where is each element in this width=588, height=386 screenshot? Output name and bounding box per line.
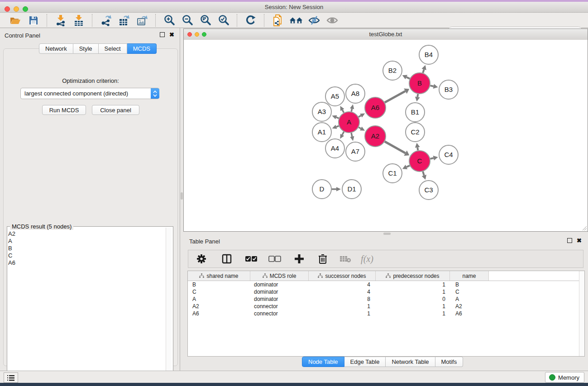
export-image-icon[interactable] xyxy=(135,14,149,27)
network-graph: B4B2BB3A8A5A6A3B1AA1C2A2A4A7C4CC1DD1C3 xyxy=(184,40,588,231)
mcds-result-item[interactable]: A6 xyxy=(8,259,15,267)
zoom-out-icon[interactable] xyxy=(181,14,194,27)
graph-edge-A-A8[interactable] xyxy=(351,109,352,111)
tab-node-table[interactable]: Node Table xyxy=(302,357,344,367)
column-header-MCDS-role[interactable]: MCDS role xyxy=(250,271,309,281)
column-header-shared-name[interactable]: shared name xyxy=(188,271,250,281)
graph-edge-C-C1[interactable] xyxy=(406,166,410,167)
deselect-all-icon[interactable] xyxy=(267,252,282,266)
tab-mcds[interactable]: MCDS xyxy=(127,43,157,54)
export-table-icon[interactable] xyxy=(117,14,131,27)
table-row[interactable]: A6connector11A6 xyxy=(188,310,584,317)
zoom-selected-icon[interactable] xyxy=(217,14,230,27)
tab-network[interactable]: Network xyxy=(39,43,73,54)
select-all-icon[interactable] xyxy=(244,252,259,266)
column-header-predecessor-nodes[interactable]: predecessor nodes xyxy=(376,271,450,281)
show-columns-icon[interactable] xyxy=(219,252,234,266)
graph-node-label-B1: B1 xyxy=(411,108,419,116)
graph-edge-B-B3[interactable] xyxy=(430,86,433,86)
graph-edge-A2-C[interactable] xyxy=(385,142,406,153)
delete-columns-trash-icon[interactable] xyxy=(315,252,330,266)
graph-edge-B-B4[interactable] xyxy=(423,69,424,73)
mcds-result-item[interactable]: B xyxy=(8,245,15,252)
network-view-window: testGlobe.txt B4B2BB3A8A5A6A3B1AA1C2A2A4… xyxy=(183,29,588,232)
zoom-in-icon[interactable] xyxy=(163,14,176,27)
mcds-result-item[interactable]: C xyxy=(8,252,15,259)
graph-node-label-A2: A2 xyxy=(371,132,379,140)
tab-style[interactable]: Style xyxy=(73,43,99,54)
network-window-titlebar[interactable]: testGlobe.txt xyxy=(184,29,588,40)
table-row[interactable]: Cdominator41C xyxy=(188,288,584,295)
graph-edge-A-A2[interactable] xyxy=(359,127,361,129)
table-row[interactable]: Bdominator41B xyxy=(188,281,584,288)
run-mcds-button[interactable]: Run MCDS xyxy=(42,105,86,115)
network-canvas[interactable]: B4B2BB3A8A5A6A3B1AA1C2A2A4A7C4CC1DD1C3 xyxy=(184,40,588,231)
table-scrollbar[interactable] xyxy=(579,271,584,356)
table-row[interactable]: A2connector11A2 xyxy=(188,303,584,310)
column-header-successor-nodes[interactable]: successor nodes xyxy=(309,271,376,281)
toolbar-separator xyxy=(155,14,156,27)
node-table: shared nameMCDS rolesuccessor nodesprede… xyxy=(187,271,585,357)
graph-node-label-D1: D1 xyxy=(347,185,356,193)
control-panel-title: Control Panel xyxy=(5,32,40,39)
graph-edge-C-C3[interactable] xyxy=(423,172,424,176)
zoom-fit-icon[interactable] xyxy=(199,14,212,27)
close-table-panel-icon[interactable]: ✖ xyxy=(577,238,582,243)
float-table-panel-icon[interactable] xyxy=(567,238,572,243)
horizontal-splitter-handle[interactable] xyxy=(383,233,391,235)
table-mode-gear-icon[interactable] xyxy=(194,252,209,266)
refresh-icon[interactable] xyxy=(244,14,258,27)
show-hidden-icon[interactable] xyxy=(325,14,339,27)
optimization-criterion-select[interactable]: largest connected component (directed) xyxy=(20,88,159,99)
status-bar: Memory xyxy=(0,371,588,383)
graph-edge-A-A1[interactable] xyxy=(336,126,339,127)
table-panel: Table Panel ✖ xyxy=(183,235,588,371)
mcds-result-item[interactable]: A2 xyxy=(8,230,15,238)
close-panel-button[interactable]: Close panel xyxy=(92,105,139,115)
main-toolbar xyxy=(0,13,588,28)
list-icon xyxy=(7,375,14,381)
import-network-icon[interactable] xyxy=(54,14,67,27)
combo-stepper-icon xyxy=(151,88,159,99)
column-header-name[interactable]: name xyxy=(450,271,489,281)
tab-network-table[interactable]: Network Table xyxy=(386,357,435,367)
graph-edge-C-C4[interactable] xyxy=(430,158,433,159)
hide-selected-icon[interactable] xyxy=(307,14,321,27)
create-network-from-selection-icon[interactable] xyxy=(271,14,285,27)
task-history-button[interactable] xyxy=(4,372,18,383)
create-column-plus-icon[interactable] xyxy=(292,252,307,266)
import-table-icon[interactable] xyxy=(72,14,86,27)
graph-edge-A-A4[interactable] xyxy=(342,132,344,135)
float-panel-icon[interactable] xyxy=(160,32,165,37)
graph-arrowhead xyxy=(433,156,438,161)
save-session-icon[interactable] xyxy=(27,14,40,27)
graph-arrowhead xyxy=(332,125,337,129)
table-row[interactable]: Adominator80A xyxy=(188,295,584,303)
graph-edge-A-A5[interactable] xyxy=(342,110,344,113)
graph-arrowhead xyxy=(422,65,426,70)
mcds-result-item[interactable]: A xyxy=(8,238,15,245)
tab-edge-table[interactable]: Edge Table xyxy=(344,357,386,367)
graph-edge-A-A3[interactable] xyxy=(336,117,339,118)
graph-edge-B-B1[interactable] xyxy=(417,94,418,97)
export-network-icon[interactable] xyxy=(99,14,113,27)
window-resize-grip[interactable] xyxy=(582,225,587,231)
graph-node-label-D: D xyxy=(320,185,325,193)
close-panel-icon[interactable]: ✖ xyxy=(169,33,174,37)
graph-node-label-A4: A4 xyxy=(331,144,339,152)
vertical-splitter-handle[interactable] xyxy=(181,192,183,200)
home-icon[interactable] xyxy=(289,14,303,27)
graph-node-label-C4: C4 xyxy=(444,151,453,158)
graph-edge-A6-B[interactable] xyxy=(385,91,405,102)
graph-edge-C-C2[interactable] xyxy=(417,148,418,151)
memory-button[interactable]: Memory xyxy=(545,372,584,383)
tab-select[interactable]: Select xyxy=(99,43,127,54)
tab-motifs[interactable]: Motifs xyxy=(435,357,464,367)
memory-label: Memory xyxy=(558,374,579,381)
mcds-result-list[interactable]: A2ABCA6 xyxy=(8,230,15,267)
graph-edge-A-A6[interactable] xyxy=(359,115,361,117)
result-list-scrollbar[interactable] xyxy=(166,228,172,381)
open-session-icon[interactable] xyxy=(9,14,22,27)
graph-edge-A-A7[interactable] xyxy=(351,133,352,136)
graph-edge-B-B2[interactable] xyxy=(406,77,410,78)
